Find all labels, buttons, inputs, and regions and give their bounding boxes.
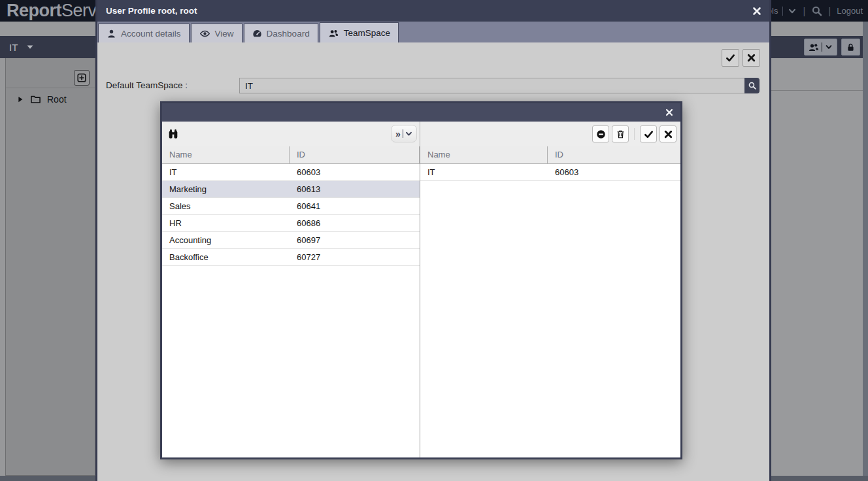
close-icon[interactable]	[752, 6, 762, 16]
tab-account-details[interactable]: Account details	[98, 24, 190, 42]
cancel-button[interactable]	[659, 125, 676, 142]
person-icon	[107, 29, 116, 39]
table-header: Name ID	[162, 146, 420, 164]
dialog-content: Name ID IT 60603 Marketing 60613 Sales 6…	[162, 146, 680, 457]
modal-header: User Profile root, root	[97, 0, 769, 22]
teamspace-search-button[interactable]	[744, 78, 760, 93]
minus-circle-icon	[596, 129, 606, 139]
close-icon	[746, 53, 756, 63]
tab-label: Account details	[121, 29, 181, 39]
binoculars-icon[interactable]	[167, 128, 179, 140]
double-chevron-right-icon: »	[395, 129, 401, 139]
cell-name: Backoffice	[162, 249, 290, 265]
trash-icon	[616, 129, 626, 139]
default-teamspace-input[interactable]	[239, 78, 744, 93]
cell-name: Marketing	[162, 181, 290, 197]
tachometer-icon	[252, 29, 262, 39]
cell-id: 60686	[290, 215, 420, 231]
default-teamspace-label: Default TeamSpace :	[106, 80, 188, 90]
tab-label: View	[215, 29, 234, 39]
cell-id: 60697	[290, 232, 420, 248]
dialog-toolbar: »	[162, 122, 680, 146]
tab-teamspace[interactable]: TeamSpace	[320, 22, 399, 42]
dialog-header[interactable]	[162, 103, 680, 122]
cancel-button[interactable]	[743, 49, 760, 67]
cell-name: HR	[162, 215, 290, 231]
modal-title: User Profile root, root	[106, 6, 197, 16]
remove-button[interactable]	[592, 125, 609, 142]
tab-label: Dashboard	[267, 29, 310, 39]
chevron-down-icon	[405, 130, 412, 137]
default-teamspace-field	[239, 78, 760, 93]
table-row[interactable]: Accounting 60697	[162, 232, 420, 249]
table-row-selected[interactable]: Marketing 60613	[162, 181, 420, 198]
cell-id: 60603	[548, 164, 680, 180]
cell-name: IT	[420, 164, 548, 180]
search-icon	[748, 81, 757, 90]
cell-name: IT	[162, 164, 290, 180]
move-selected-button[interactable]: »	[391, 125, 417, 142]
cell-id: 60641	[290, 198, 420, 214]
cell-id: 60603	[290, 164, 420, 180]
selected-toolbar	[420, 122, 680, 146]
apply-button[interactable]	[722, 49, 739, 67]
table-row[interactable]: IT 60603	[420, 164, 680, 181]
column-header-name[interactable]: Name	[162, 146, 290, 163]
page: ReportServer Tools | | Logout IT	[0, 0, 868, 481]
ok-button[interactable]	[640, 125, 657, 142]
cell-id: 60613	[290, 181, 420, 197]
table-row[interactable]: HR 60686	[162, 215, 420, 232]
available-teamspaces-table: Name ID IT 60603 Marketing 60613 Sales 6…	[162, 146, 420, 457]
table-row[interactable]: IT 60603	[162, 164, 420, 181]
eye-icon	[199, 29, 210, 39]
column-header-id[interactable]: ID	[290, 146, 420, 163]
divider	[403, 129, 403, 138]
teamspace-picker-dialog: »	[160, 101, 682, 459]
close-icon[interactable]	[665, 108, 674, 117]
table-header: Name ID	[420, 146, 680, 164]
table-row[interactable]: Backoffice 60727	[162, 249, 420, 266]
close-icon	[663, 129, 673, 139]
users-icon	[328, 28, 339, 38]
modal-tabstrip: Account details View Dashboard TeamSpace	[97, 22, 769, 42]
column-header-id[interactable]: ID	[548, 146, 680, 163]
divider	[631, 128, 637, 140]
cell-name: Accounting	[162, 232, 290, 248]
available-toolbar: »	[162, 122, 420, 146]
selected-teamspaces-table: Name ID IT 60603	[420, 146, 680, 457]
check-icon	[644, 129, 654, 139]
column-header-name[interactable]: Name	[420, 146, 548, 163]
check-icon	[726, 53, 735, 63]
cell-id: 60727	[290, 249, 420, 265]
table-row[interactable]: Sales 60641	[162, 198, 420, 215]
cell-name: Sales	[162, 198, 290, 214]
tab-view[interactable]: View	[191, 24, 242, 42]
delete-all-button[interactable]	[612, 125, 629, 142]
tab-label: TeamSpace	[344, 28, 390, 38]
tab-dashboard[interactable]: Dashboard	[244, 24, 318, 42]
